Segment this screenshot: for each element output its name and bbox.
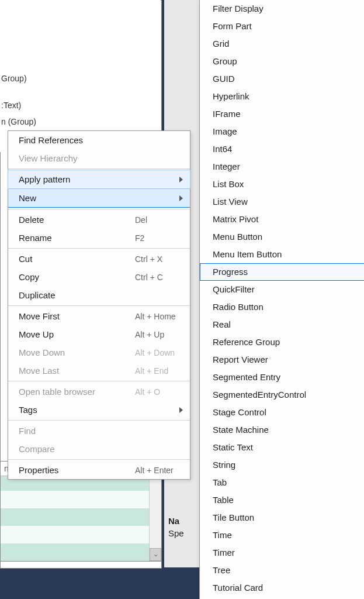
submenu-item-reference-group[interactable]: Reference Group <box>200 333 364 351</box>
menu-item-shortcut: F2 <box>135 233 185 243</box>
menu-item-shortcut: Ctrl + X <box>135 254 185 264</box>
menu-separator <box>8 420 190 421</box>
menu-item-label: Move Last <box>19 366 135 376</box>
menu-item-shortcut: Alt + O <box>135 387 185 397</box>
menu-item-label: Delete <box>19 215 135 225</box>
menu-item-open-table-browser: Open table browserAlt + O <box>8 383 190 401</box>
menu-item-apply-pattern[interactable]: Apply pattern <box>8 170 190 188</box>
submenu-item-tab[interactable]: Tab <box>200 474 364 491</box>
properties-peek: Na Spe <box>168 515 184 539</box>
menu-item-label: Compare <box>19 444 135 454</box>
submenu-arrow-icon <box>179 177 183 183</box>
menu-item-label: Rename <box>19 233 135 243</box>
menu-item-tags[interactable]: Tags <box>8 401 190 419</box>
submenu-item-static-text[interactable]: Static Text <box>200 439 364 456</box>
menu-item-label: Move First <box>19 311 135 321</box>
menu-item-shortcut: Ctrl + C <box>135 273 185 282</box>
menu-item-delete[interactable]: DeleteDel <box>8 211 190 229</box>
tree-node[interactable]: :Text) <box>0 97 161 113</box>
submenu-item-iframe[interactable]: IFrame <box>200 105 364 123</box>
submenu-item-tile-button[interactable]: Tile Button <box>200 509 364 526</box>
menu-item-find: Find <box>8 422 190 440</box>
submenu-item-grid[interactable]: Grid <box>200 35 364 53</box>
menu-item-label: Properties <box>19 465 135 475</box>
submenu-item-group[interactable]: Group <box>200 53 364 70</box>
tree-node[interactable]: n (Group) <box>0 113 161 130</box>
menu-item-shortcut: Del <box>135 215 185 225</box>
menu-separator <box>8 305 190 306</box>
menu-item-label: Cut <box>19 254 135 264</box>
menu-item-duplicate[interactable]: Duplicate <box>8 286 190 304</box>
menu-separator <box>8 381 190 381</box>
submenu-item-tree[interactable]: Tree <box>200 562 364 579</box>
menu-separator <box>8 209 190 209</box>
new-control-submenu: Filter DisplayForm PartGridGroupGUIDHype… <box>199 0 364 599</box>
context-menu: Find ReferencesView HierarchyApply patte… <box>8 130 190 480</box>
menu-item-label: Duplicate <box>19 290 135 300</box>
submenu-item-state-machine[interactable]: State Machine <box>200 421 364 439</box>
menu-item-label: Copy <box>19 272 135 282</box>
menu-item-find-references[interactable]: Find References <box>8 131 190 149</box>
menu-item-shortcut: Alt + Home <box>135 312 185 321</box>
menu-item-label: Tags <box>19 405 129 415</box>
submenu-item-report-viewer[interactable]: Report Viewer <box>200 351 364 369</box>
submenu-item-timer[interactable]: Timer <box>200 544 364 562</box>
menu-item-move-first[interactable]: Move FirstAlt + Home <box>8 307 190 325</box>
menu-item-move-up[interactable]: Move UpAlt + Up <box>8 325 190 343</box>
submenu-item-matrix-pivot[interactable]: Matrix Pivot <box>200 211 364 228</box>
submenu-item-integer[interactable]: Integer <box>200 158 364 175</box>
scrollbar[interactable]: ⌄ <box>149 474 161 561</box>
menu-item-shortcut: Alt + Up <box>135 330 185 339</box>
submenu-item-filter-display[interactable]: Filter Display <box>200 0 364 18</box>
menu-item-label: Find References <box>19 135 135 145</box>
menu-item-rename[interactable]: RenameF2 <box>8 229 190 247</box>
menu-item-new[interactable]: New <box>8 188 190 208</box>
menu-item-shortcut: Alt + Down <box>135 348 185 357</box>
menu-item-label: View Hierarchy <box>19 153 135 163</box>
submenu-item-guid[interactable]: GUID <box>200 70 364 88</box>
submenu-item-int64[interactable]: Int64 <box>200 140 364 158</box>
menu-separator <box>8 459 190 460</box>
submenu-item-segmentedentrycontrol[interactable]: SegmentedEntryControl <box>200 386 364 404</box>
menu-item-cut[interactable]: CutCtrl + X <box>8 250 190 268</box>
menu-item-label: Move Down <box>19 347 135 357</box>
submenu-item-tutorial-card[interactable]: Tutorial Card <box>200 579 364 597</box>
submenu-item-table[interactable]: Table <box>200 491 364 509</box>
submenu-arrow-icon <box>179 195 183 201</box>
submenu-item-quickfilter[interactable]: QuickFilter <box>200 281 364 298</box>
submenu-item-list-view[interactable]: List View <box>200 193 364 211</box>
submenu-item-time[interactable]: Time <box>200 526 364 544</box>
submenu-item-form-part[interactable]: Form Part <box>200 18 364 35</box>
submenu-item-menu-button[interactable]: Menu Button <box>200 228 364 246</box>
submenu-item-list-box[interactable]: List Box <box>200 175 364 193</box>
submenu-item-image[interactable]: Image <box>200 123 364 140</box>
menu-separator <box>8 248 190 249</box>
menu-item-move-down: Move DownAlt + Down <box>8 343 190 362</box>
menu-item-shortcut: Alt + End <box>135 366 185 376</box>
submenu-arrow-icon <box>179 407 183 413</box>
menu-item-move-last: Move LastAlt + End <box>8 362 190 380</box>
submenu-item-stage-control[interactable]: Stage Control <box>200 404 364 421</box>
submenu-item-real[interactable]: Real <box>200 316 364 333</box>
menu-item-label: Find <box>19 426 135 436</box>
menu-item-label: Apply pattern <box>19 174 129 184</box>
submenu-item-segmented-entry[interactable]: Segmented Entry <box>200 369 364 386</box>
submenu-item-radio-button[interactable]: Radio Button <box>200 298 364 316</box>
submenu-item-progress[interactable]: Progress <box>200 263 364 281</box>
menu-item-view-hierarchy: View Hierarchy <box>8 149 190 167</box>
form-tree[interactable]: Group) :Text) n (Group) <box>0 0 161 152</box>
submenu-item-string[interactable]: String <box>200 456 364 474</box>
menu-item-label: Open table browser <box>19 387 135 397</box>
menu-item-shortcut: Alt + Enter <box>135 466 185 475</box>
tree-node[interactable]: Group) <box>0 70 161 87</box>
submenu-item-tutorial-html-component[interactable]: Tutorial HTML Component <box>200 597 364 599</box>
menu-item-properties[interactable]: PropertiesAlt + Enter <box>8 461 190 479</box>
menu-separator <box>8 168 190 169</box>
menu-item-label: New <box>19 193 129 203</box>
menu-item-label: Move Up <box>19 329 135 339</box>
scroll-down-button[interactable]: ⌄ <box>150 548 161 561</box>
submenu-item-menu-item-button[interactable]: Menu Item Button <box>200 246 364 263</box>
menu-item-copy[interactable]: CopyCtrl + C <box>8 268 190 286</box>
menu-item-compare: Compare <box>8 440 190 458</box>
submenu-item-hyperlink[interactable]: Hyperlink <box>200 88 364 105</box>
